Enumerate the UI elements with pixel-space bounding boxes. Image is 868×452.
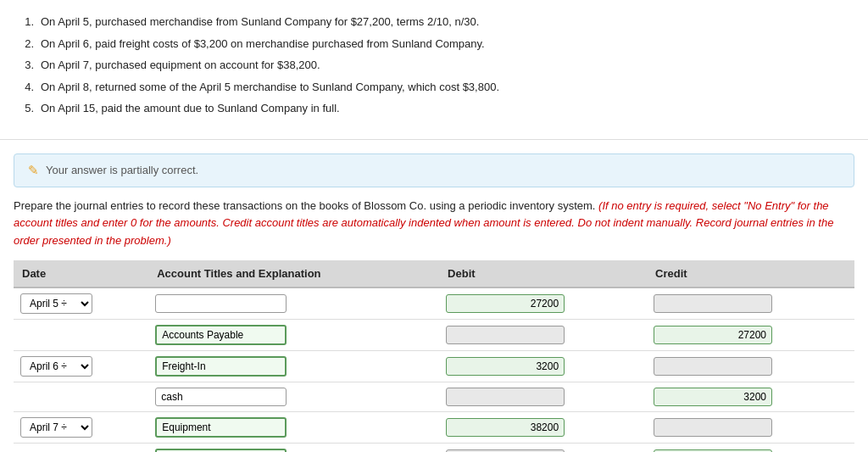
table-header-row: Date Account Titles and Explanation Debi… [14, 260, 854, 287]
credit-input[interactable] [654, 388, 772, 406]
journal-section: Date Account Titles and Explanation Debi… [0, 260, 868, 452]
transaction-list: 1.On April 5, purchased merchandise from… [0, 0, 868, 140]
account-cell [148, 287, 439, 320]
credit-input[interactable] [654, 294, 772, 313]
debit-cell [439, 443, 647, 452]
journal-table: Date Account Titles and Explanation Debi… [14, 260, 854, 452]
date-select[interactable]: April 5 ÷ [20, 293, 92, 314]
account-input[interactable] [155, 417, 287, 438]
credit-cell [647, 382, 854, 411]
debit-input[interactable] [446, 326, 565, 344]
transaction-text: On April 15, paid the amount due to Sunl… [41, 100, 340, 117]
table-row: April 7 ÷ [14, 411, 854, 443]
account-cell [148, 350, 439, 382]
date-cell: April 5 ÷ [14, 287, 148, 320]
transaction-text: On April 6, paid freight costs of $3,200… [41, 36, 485, 53]
header-date: Date [14, 260, 148, 287]
account-input[interactable] [155, 449, 287, 452]
credit-cell [647, 443, 854, 452]
table-row: April 6 ÷ [14, 350, 854, 382]
transaction-item: 4.On April 8, returned some of the April… [17, 79, 851, 96]
transaction-num: 3. [17, 57, 34, 74]
account-input[interactable] [155, 294, 287, 313]
account-cell [148, 411, 439, 443]
debit-cell [439, 319, 647, 350]
date-select[interactable]: April 6 ÷ [20, 356, 92, 377]
transaction-num: 4. [17, 79, 34, 96]
debit-cell [439, 350, 647, 382]
debit-cell [439, 411, 647, 443]
debit-input[interactable] [446, 357, 565, 376]
credit-input[interactable] [654, 326, 772, 344]
account-input[interactable] [155, 388, 287, 406]
debit-input[interactable] [446, 388, 565, 406]
account-input[interactable] [155, 325, 287, 345]
header-debit: Debit [439, 260, 647, 287]
account-cell [148, 382, 439, 411]
partial-correct-banner: ✎ Your answer is partially correct. [14, 153, 854, 187]
table-row: April 5 ÷ [14, 287, 854, 320]
credit-cell [647, 411, 854, 443]
account-cell [148, 443, 439, 452]
transaction-item: 3.On April 7, purchased equipment on acc… [17, 57, 851, 74]
banner-text: Your answer is partially correct. [46, 164, 198, 176]
transaction-text: On April 8, returned some of the April 5… [41, 79, 499, 96]
table-row [14, 382, 854, 411]
debit-input[interactable] [446, 418, 565, 437]
pencil-icon: ✎ [28, 163, 39, 178]
transaction-num: 1. [17, 14, 34, 31]
transaction-num: 5. [17, 100, 34, 117]
transaction-item: 1.On April 5, purchased merchandise from… [17, 14, 851, 31]
table-row [14, 319, 854, 350]
debit-cell [439, 382, 647, 411]
credit-cell [647, 319, 854, 350]
instructions-normal: Prepare the journal entries to record th… [14, 199, 598, 212]
table-row [14, 443, 854, 452]
debit-cell [439, 287, 647, 320]
instructions: Prepare the journal entries to record th… [0, 198, 868, 260]
header-account: Account Titles and Explanation [148, 260, 439, 287]
date-cell: April 7 ÷ [14, 411, 148, 443]
credit-cell [647, 350, 854, 382]
transaction-text: On April 5, purchased merchandise from S… [41, 14, 479, 31]
account-input[interactable] [155, 356, 287, 377]
date-cell [14, 382, 148, 411]
date-select[interactable]: April 7 ÷ [20, 417, 92, 438]
transaction-text: On April 7, purchased equipment on accou… [41, 57, 320, 74]
transaction-item: 2.On April 6, paid freight costs of $3,2… [17, 36, 851, 53]
transaction-num: 2. [17, 36, 34, 53]
credit-input[interactable] [654, 418, 772, 437]
account-cell [148, 319, 439, 350]
date-cell: April 6 ÷ [14, 350, 148, 382]
credit-cell [647, 287, 854, 320]
date-cell [14, 319, 148, 350]
credit-input[interactable] [654, 357, 772, 376]
debit-input[interactable] [446, 294, 565, 313]
date-cell [14, 443, 148, 452]
header-credit: Credit [647, 260, 854, 287]
transaction-item: 5.On April 15, paid the amount due to Su… [17, 100, 851, 117]
